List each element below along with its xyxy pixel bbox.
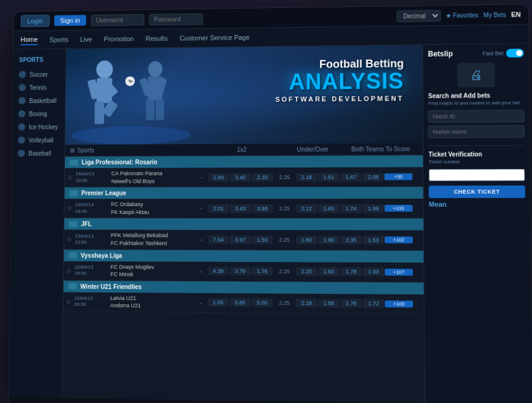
soccer-icon bbox=[19, 71, 26, 79]
signup-button[interactable]: Sign in bbox=[54, 15, 86, 26]
handicap: 2.25 bbox=[273, 300, 295, 306]
check-ticket-button[interactable]: CHECK TICKET bbox=[428, 185, 525, 198]
market-name-input[interactable] bbox=[428, 125, 525, 138]
odds-no[interactable]: 1.99 bbox=[363, 204, 384, 213]
match-separator: - bbox=[196, 205, 208, 212]
league-name-winter-friendlies: Winter U21 Friendlies bbox=[80, 283, 142, 290]
nav-customer-service[interactable]: Customer Service Page bbox=[180, 33, 249, 43]
sidebar-item-soccer[interactable]: Soccer bbox=[13, 67, 66, 81]
banner-text: Football Betting ANALYSIS SOFTWARE DEVEL… bbox=[275, 57, 404, 102]
odds-yes[interactable]: 1.74 bbox=[340, 204, 361, 213]
odds-over[interactable]: 1.56 bbox=[318, 299, 339, 307]
svg-rect-5 bbox=[146, 99, 154, 120]
sidebar-label-basketball: Basketball bbox=[29, 97, 56, 104]
login-button[interactable]: Login bbox=[21, 15, 50, 27]
sidebar: Sports Soccer Tennis Basketball Boxing I… bbox=[9, 49, 66, 398]
match-id-input[interactable] bbox=[428, 110, 525, 123]
odds-yes[interactable]: 1.76 bbox=[341, 299, 362, 308]
table-row: ☆ 22/04/13 18:00 FC Dnepr Mogilev FC Min… bbox=[64, 261, 424, 282]
nav-results[interactable]: Results bbox=[146, 34, 168, 44]
odds-yes[interactable]: 1.67 bbox=[340, 172, 361, 181]
sidebar-item-basketball[interactable]: Basketball bbox=[13, 94, 66, 107]
more-markets[interactable]: +133 bbox=[384, 205, 412, 212]
odds-x[interactable]: 3.79 bbox=[230, 267, 251, 275]
sidebar-item-volleyball[interactable]: Volleyball bbox=[12, 133, 65, 147]
sidebar-label-soccer: Soccer bbox=[29, 71, 48, 78]
more-markets[interactable]: +107 bbox=[385, 269, 413, 275]
decimal-select[interactable]: Decimal bbox=[397, 10, 441, 22]
match-separator: - bbox=[195, 267, 207, 274]
language-badge[interactable]: EN bbox=[511, 10, 521, 18]
league-name-jfl: JFL bbox=[81, 221, 91, 228]
odds-under[interactable]: 2.12 bbox=[296, 204, 317, 213]
odds-no[interactable]: 1.53 bbox=[363, 236, 384, 244]
username-input[interactable] bbox=[91, 13, 144, 26]
league-flag-by bbox=[69, 252, 77, 258]
favorite-star[interactable]: ☆ bbox=[67, 174, 76, 181]
odds-yes[interactable]: 2.35 bbox=[341, 236, 362, 244]
odds-x[interactable]: 3.97 bbox=[230, 236, 251, 244]
odds-no[interactable]: 1.93 bbox=[363, 267, 384, 276]
match-separator: - bbox=[195, 299, 207, 306]
banner-title-big: ANALYSIS bbox=[275, 70, 404, 93]
nav-home[interactable]: Home bbox=[20, 34, 37, 45]
favorite-star[interactable]: ☆ bbox=[66, 236, 75, 243]
ice-hockey-icon bbox=[18, 123, 26, 131]
favorite-star[interactable]: ☆ bbox=[66, 298, 74, 305]
odds-x[interactable]: 3.40 bbox=[230, 173, 251, 182]
fast-bet-toggle[interactable] bbox=[506, 48, 524, 57]
odds-2[interactable]: 5.00 bbox=[252, 299, 273, 307]
league-liga-professional: Liga Professional: Rosario bbox=[65, 155, 423, 168]
odds-under[interactable]: 2.18 bbox=[296, 299, 317, 307]
col-both-teams: Both Teams To Score bbox=[343, 145, 418, 153]
odds-2[interactable]: 1.76 bbox=[252, 267, 273, 275]
odds-no[interactable]: 1.72 bbox=[363, 299, 384, 308]
nav-live[interactable]: Live bbox=[80, 34, 93, 44]
odds-no[interactable]: 2.08 bbox=[363, 172, 384, 181]
tennis-icon bbox=[18, 84, 26, 91]
fast-bet-row: Fast Bet bbox=[482, 48, 523, 58]
odds-2[interactable]: 2.33 bbox=[252, 173, 273, 182]
odds-1[interactable]: 2.01 bbox=[208, 204, 229, 213]
more-markets[interactable]: +50 bbox=[384, 174, 412, 180]
sidebar-item-boxing[interactable]: Boxing bbox=[12, 107, 65, 120]
odds-over[interactable]: 1.90 bbox=[318, 236, 339, 244]
baseball-icon bbox=[18, 150, 25, 157]
nav-sports[interactable]: Sports bbox=[50, 35, 69, 45]
sidebar-title: Sports bbox=[13, 54, 66, 68]
odds-over[interactable]: 1.61 bbox=[318, 172, 339, 181]
sidebar-item-tennis[interactable]: Tennis bbox=[13, 80, 66, 94]
odds-under[interactable]: 2.20 bbox=[296, 267, 317, 276]
odds-yes[interactable]: 1.78 bbox=[341, 267, 362, 276]
more-markets[interactable]: +100 bbox=[385, 301, 413, 308]
odds-over[interactable]: 1.65 bbox=[318, 204, 339, 213]
odds-2[interactable]: 3.68 bbox=[252, 204, 273, 213]
favorite-star[interactable]: ☆ bbox=[66, 267, 75, 274]
favorites-link[interactable]: ★ Favorites bbox=[446, 12, 479, 19]
match-date: 22/04/13 18:00 bbox=[74, 264, 110, 277]
odds-1[interactable]: 2.89 bbox=[208, 173, 229, 182]
ticket-number-input[interactable] bbox=[428, 169, 525, 182]
sidebar-item-baseball[interactable]: Baseball bbox=[12, 147, 64, 160]
odds-x[interactable]: 3.43 bbox=[230, 204, 251, 213]
sidebar-item-ice-hockey[interactable]: Ice Hockey bbox=[12, 120, 65, 134]
table-row: ☆ 22/04/13 20:30 Latvia U21 Andorra U21 … bbox=[63, 292, 424, 314]
odds-under[interactable]: 2.18 bbox=[296, 173, 317, 182]
odds-1[interactable]: 4.39 bbox=[208, 267, 229, 275]
league-name-liga-professional: Liga Professional: Rosario bbox=[82, 159, 158, 166]
table-header-row: ⊞ Sports 1x2 Under/Over Both Teams To Sc… bbox=[65, 143, 423, 156]
password-input[interactable] bbox=[149, 13, 203, 25]
nav-promotion[interactable]: Promotion bbox=[104, 34, 134, 44]
odds-x[interactable]: 3.85 bbox=[230, 299, 251, 307]
more-markets[interactable]: +102 bbox=[385, 237, 413, 244]
col-one-two: 1x2 bbox=[202, 146, 282, 153]
odds-over[interactable]: 1.60 bbox=[318, 267, 339, 276]
odds-under[interactable]: 1.80 bbox=[296, 236, 317, 244]
odds-1[interactable]: 1.55 bbox=[208, 298, 229, 307]
odds-1[interactable]: 7.04 bbox=[208, 236, 229, 244]
favorite-star[interactable]: ☆ bbox=[67, 205, 75, 212]
search-bets-title: Search and Add bets bbox=[428, 92, 525, 99]
odds-2[interactable]: 1.50 bbox=[252, 236, 273, 244]
top-bar-right: Decimal ★ Favorites My Bets EN bbox=[397, 9, 521, 22]
mybets-link[interactable]: My Bets bbox=[484, 11, 506, 18]
